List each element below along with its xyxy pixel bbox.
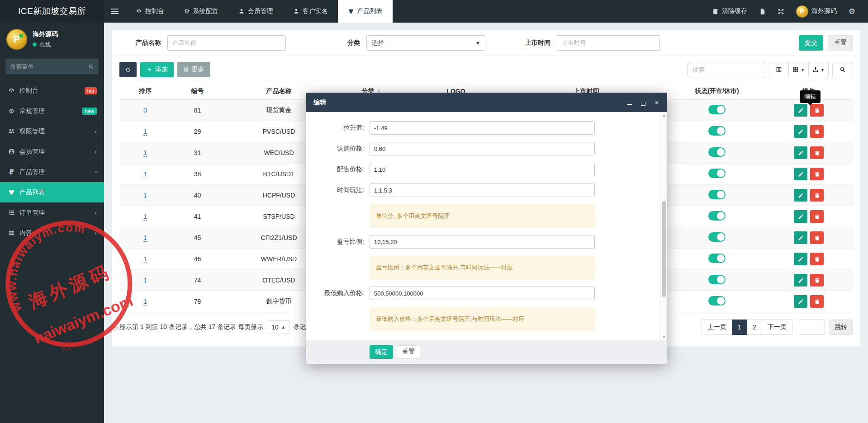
sidebar-item-orders[interactable]: 订单管理 ‹ [0, 202, 104, 223]
delete-button[interactable] [810, 210, 824, 223]
next-page-button[interactable]: 下一页 [762, 320, 792, 335]
more-button[interactable]: ⚙更多 [177, 62, 210, 77]
nav-item-kyc[interactable]: 客户实名 [283, 0, 338, 23]
sidebar-item-general[interactable]: ⚙ 常规管理 new [0, 101, 104, 121]
edit-button[interactable] [794, 168, 807, 180]
scrollbar-thumb[interactable] [662, 201, 666, 297]
delete-button[interactable] [810, 146, 824, 159]
sidebar-item-permissions[interactable]: 权限管理 ‹ [0, 121, 104, 141]
pull-value-input[interactable] [370, 121, 595, 135]
status-toggle[interactable] [708, 190, 726, 199]
delete-button[interactable] [810, 274, 824, 287]
sort-link[interactable]: 1 [143, 298, 147, 306]
fullscreen-button[interactable] [778, 8, 784, 15]
paging-toggle-button[interactable] [769, 62, 789, 77]
jump-button[interactable]: 跳转 [829, 320, 853, 335]
delete-button[interactable] [810, 125, 824, 138]
time-play-input[interactable] [370, 183, 595, 197]
scroll-down-icon[interactable]: ▼ [661, 335, 667, 339]
maximize-icon[interactable] [640, 99, 646, 106]
category-select[interactable]: 选择 ▼ [366, 35, 485, 51]
sidebar-item-product-list[interactable]: 产品列表 [0, 182, 104, 202]
col-header-status[interactable]: 状态(开市/休市) [669, 83, 764, 100]
status-toggle[interactable] [708, 169, 726, 178]
nav-item-members[interactable]: 会员管理 [228, 0, 283, 23]
sidebar-item-content[interactable]: 内容 ‹ [0, 223, 104, 243]
edit-button[interactable] [794, 253, 807, 265]
sort-link[interactable]: 1 [143, 192, 147, 199]
file-button[interactable] [759, 8, 766, 15]
clear-cache-button[interactable]: 清除缓存 [712, 7, 747, 15]
edit-button[interactable] [794, 189, 807, 202]
jump-page-input[interactable] [799, 320, 825, 335]
sort-link[interactable]: 1 [143, 234, 147, 242]
edit-button[interactable] [794, 274, 807, 287]
delete-button[interactable] [810, 253, 824, 265]
status-toggle[interactable] [708, 275, 726, 284]
profit-ratio-input[interactable] [370, 235, 595, 249]
product-name-input[interactable] [167, 35, 286, 51]
sidebar-toggle-button[interactable] [104, 0, 126, 23]
sort-link[interactable]: 1 [143, 213, 147, 221]
status-toggle[interactable] [708, 296, 726, 306]
sort-link[interactable]: 1 [143, 277, 147, 284]
sort-link[interactable]: 1 [143, 255, 147, 263]
sidebar-search-input[interactable] [10, 63, 78, 70]
sidebar-item-members[interactable]: 会员管理 ‹ [0, 141, 104, 162]
edit-button[interactable] [794, 210, 807, 223]
min-purchase-input[interactable] [370, 287, 595, 300]
user-menu[interactable]: P 海外源码 [796, 5, 837, 18]
sort-link[interactable]: 1 [143, 149, 147, 157]
page-button-1[interactable]: 1 [732, 320, 747, 335]
nav-item-dashboard[interactable]: 控制台 [126, 0, 174, 23]
minimize-icon[interactable] [626, 99, 633, 106]
toggle-search-button[interactable] [832, 62, 853, 77]
edit-button[interactable] [794, 104, 807, 117]
confirm-button[interactable]: 确定 [370, 345, 393, 359]
status-toggle[interactable] [708, 105, 726, 114]
status-toggle[interactable] [708, 211, 726, 221]
columns-dropdown-button[interactable]: ▼ [789, 62, 809, 77]
nav-item-system-config[interactable]: ⚙ 系统配置 [174, 0, 228, 23]
sort-link[interactable]: 1 [143, 128, 147, 136]
delete-button[interactable] [810, 168, 824, 180]
edit-button[interactable] [794, 295, 807, 308]
delete-button[interactable] [810, 104, 824, 117]
status-toggle[interactable] [708, 254, 726, 263]
sort-link[interactable]: 1 [143, 170, 147, 178]
nav-item-product-list[interactable]: 产品列表 [338, 0, 393, 23]
refresh-button[interactable] [119, 62, 137, 77]
close-icon[interactable]: × [654, 99, 660, 106]
export-dropdown-button[interactable]: ▼ [809, 62, 829, 77]
placement-price-input[interactable] [370, 163, 595, 176]
sidebar-item-dashboard[interactable]: 控制台 hot [0, 80, 104, 101]
page-button-2[interactable]: 2 [747, 320, 762, 335]
edit-button[interactable] [794, 231, 807, 244]
brand-logo[interactable]: ICE新加坡交易所 [0, 0, 104, 23]
scroll-up-icon[interactable]: ▲ [661, 113, 667, 118]
sidebar-item-products[interactable]: ₽ 产品管理 ‹ [0, 162, 104, 182]
edit-button[interactable] [794, 125, 807, 138]
table-search-input[interactable] [688, 62, 765, 77]
delete-button[interactable] [810, 295, 824, 308]
subscription-price-input[interactable] [370, 142, 595, 155]
add-button[interactable]: ＋添加 [140, 62, 174, 77]
page-size-dropdown[interactable]: 10 ▲ [267, 320, 290, 334]
modal-scrollbar[interactable]: ▲ ▼ [660, 112, 667, 340]
submit-button[interactable]: 提交 [799, 35, 823, 51]
status-toggle[interactable] [708, 232, 726, 242]
modal-reset-button[interactable]: 重置 [397, 345, 420, 359]
delete-button[interactable] [810, 231, 824, 244]
col-header-sort[interactable]: 排序 [119, 83, 171, 100]
reset-button[interactable]: 重置 [828, 35, 853, 51]
sort-link[interactable]: 0 [143, 107, 147, 114]
settings-gears-icon[interactable]: ⚙ [849, 7, 855, 16]
status-toggle[interactable] [708, 147, 726, 157]
prev-page-button[interactable]: 上一页 [702, 320, 732, 335]
col-header-code[interactable]: 编号 [171, 83, 224, 100]
edit-button[interactable] [794, 146, 807, 159]
delete-button[interactable] [810, 189, 824, 202]
modal-header[interactable]: 编辑 × [306, 93, 667, 112]
status-toggle[interactable] [708, 126, 726, 136]
listing-time-input[interactable] [557, 35, 660, 51]
